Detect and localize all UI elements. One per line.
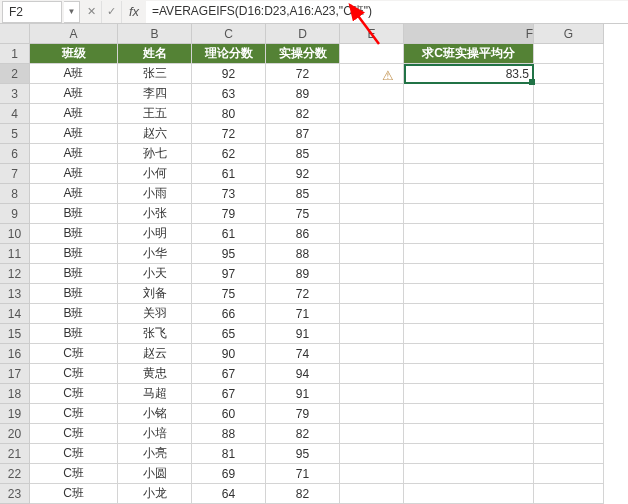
row-header[interactable]: 9 [0,204,30,224]
cell-class[interactable]: B班 [30,324,118,344]
cell-e[interactable] [340,184,404,204]
cell-e[interactable] [340,304,404,324]
cell-class[interactable]: B班 [30,204,118,224]
cell-f[interactable] [404,364,534,384]
cell-name[interactable]: 李四 [118,84,192,104]
cell-practice[interactable]: 71 [266,464,340,484]
cell-e[interactable] [340,264,404,284]
cell-class[interactable]: A班 [30,164,118,184]
cell-g[interactable] [534,144,604,164]
cancel-icon[interactable]: ✕ [82,1,102,23]
cell-e[interactable] [340,464,404,484]
formula-input[interactable]: =AVERAGEIFS(D16:D23,A16:A23,"C班") [146,1,628,23]
row-header[interactable]: 6 [0,144,30,164]
cell-class[interactable]: B班 [30,304,118,324]
row-header[interactable]: 21 [0,444,30,464]
cell-class[interactable]: B班 [30,264,118,284]
row-header[interactable]: 20 [0,424,30,444]
cell-class[interactable]: C班 [30,424,118,444]
cell-practice[interactable]: 95 [266,444,340,464]
result-cell[interactable]: 83.5⚠ [404,64,534,84]
row-header[interactable]: 19 [0,404,30,424]
cell-f[interactable] [404,464,534,484]
cell-theory[interactable]: 60 [192,404,266,424]
cell-theory[interactable]: 67 [192,364,266,384]
cell-theory[interactable]: 61 [192,164,266,184]
cell-name[interactable]: 小培 [118,424,192,444]
cell-g[interactable] [534,84,604,104]
cell-f[interactable] [404,244,534,264]
cell-g[interactable] [534,484,604,504]
cell-practice[interactable]: 89 [266,264,340,284]
cell-practice[interactable]: 82 [266,424,340,444]
cell-class[interactable]: A班 [30,124,118,144]
cell-e[interactable] [340,104,404,124]
cell-name[interactable]: 孙七 [118,144,192,164]
cell-f[interactable] [404,164,534,184]
cell-name[interactable]: 小铭 [118,404,192,424]
cell-practice[interactable]: 71 [266,304,340,324]
col-header-e[interactable]: E [340,24,404,44]
cell-e[interactable] [340,484,404,504]
cell-practice[interactable]: 94 [266,364,340,384]
cell-name[interactable]: 张三 [118,64,192,84]
cell-theory[interactable]: 75 [192,284,266,304]
cell-theory[interactable]: 66 [192,304,266,324]
cell-g[interactable] [534,324,604,344]
cell-theory[interactable]: 92 [192,64,266,84]
cell-name[interactable]: 小雨 [118,184,192,204]
header-result[interactable]: 求C班实操平均分 [404,44,534,64]
cell-g[interactable] [534,264,604,284]
cell-e[interactable] [340,284,404,304]
cell-class[interactable]: B班 [30,224,118,244]
row-header[interactable]: 16 [0,344,30,364]
cell-g[interactable] [534,344,604,364]
row-header[interactable]: 12 [0,264,30,284]
cell-name[interactable]: 小亮 [118,444,192,464]
cell-name[interactable]: 小张 [118,204,192,224]
cell-f[interactable] [404,184,534,204]
cell-theory[interactable]: 73 [192,184,266,204]
cell-theory[interactable]: 97 [192,264,266,284]
cell-e[interactable] [340,444,404,464]
warning-icon[interactable]: ⚠ [382,68,398,84]
cell-class[interactable]: C班 [30,484,118,504]
row-header[interactable]: 11 [0,244,30,264]
cell-practice[interactable]: 74 [266,344,340,364]
cell-practice[interactable]: 89 [266,84,340,104]
col-header-g[interactable]: G [534,24,604,44]
cell-f[interactable] [404,444,534,464]
cell-f[interactable] [404,384,534,404]
row-header[interactable]: 4 [0,104,30,124]
cell-g[interactable] [534,104,604,124]
cell-theory[interactable]: 79 [192,204,266,224]
cell-f[interactable] [404,84,534,104]
cell-practice[interactable]: 79 [266,404,340,424]
row-header[interactable]: 3 [0,84,30,104]
row-header[interactable]: 15 [0,324,30,344]
cell-practice[interactable]: 72 [266,64,340,84]
select-all-corner[interactable] [0,24,30,44]
cell-e[interactable] [340,244,404,264]
cell-class[interactable]: A班 [30,144,118,164]
cell-class[interactable]: B班 [30,284,118,304]
cell-theory[interactable]: 62 [192,144,266,164]
cell-f[interactable] [404,484,534,504]
cell-g[interactable] [534,464,604,484]
fill-handle[interactable] [529,79,535,85]
cell-name[interactable]: 马超 [118,384,192,404]
cell-f[interactable] [404,104,534,124]
cell-theory[interactable]: 90 [192,344,266,364]
name-box[interactable]: F2 [2,1,62,23]
cell-practice[interactable]: 72 [266,284,340,304]
cell-theory[interactable]: 67 [192,384,266,404]
cell-e[interactable] [340,124,404,144]
cell-g[interactable] [534,64,604,84]
cell-practice[interactable]: 86 [266,224,340,244]
cell-class[interactable]: C班 [30,344,118,364]
cell-practice[interactable]: 91 [266,324,340,344]
cell-g[interactable] [534,364,604,384]
row-header[interactable]: 13 [0,284,30,304]
cell-f[interactable] [404,284,534,304]
cell-g[interactable] [534,124,604,144]
